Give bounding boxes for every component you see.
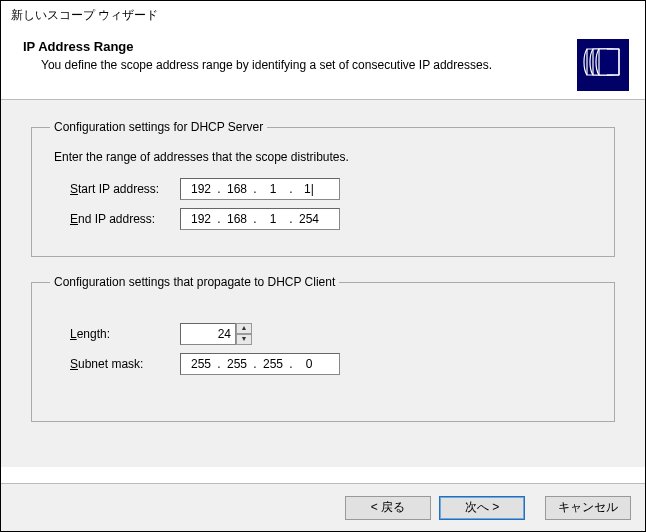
window-title: 新しいスコープ ウィザード [1, 1, 645, 29]
length-spinner[interactable]: ▲ ▼ [236, 323, 252, 345]
wizard-header: IP Address Range You define the scope ad… [1, 29, 645, 99]
page-title: IP Address Range [23, 39, 567, 54]
group-dhcp-client-legend: Configuration settings that propagate to… [50, 275, 339, 289]
wizard-body: Configuration settings for DHCP Server E… [1, 99, 645, 467]
start-ip-input[interactable]: 192. 168. 1. 1| [180, 178, 340, 200]
page-subtitle: You define the scope address range by id… [41, 58, 567, 74]
wizard-header-icon [577, 39, 629, 91]
cancel-button[interactable]: キャンセル [545, 496, 631, 520]
spinner-down-icon[interactable]: ▼ [236, 334, 252, 345]
end-ip-input[interactable]: 192. 168. 1. 254 [180, 208, 340, 230]
length-input[interactable]: 24 [180, 323, 236, 345]
instruction-text: Enter the range of addresses that the sc… [54, 150, 596, 164]
group-dhcp-server: Configuration settings for DHCP Server E… [31, 120, 615, 257]
end-ip-label: End IP address: [70, 212, 180, 226]
group-dhcp-server-legend: Configuration settings for DHCP Server [50, 120, 267, 134]
start-ip-label: Start IP address: [70, 182, 180, 196]
wizard-footer: < 戻る 次へ > キャンセル [1, 483, 645, 531]
spinner-up-icon[interactable]: ▲ [236, 323, 252, 334]
back-button[interactable]: < 戻る [345, 496, 431, 520]
subnet-mask-label: Subnet mask: [70, 357, 180, 371]
next-button[interactable]: 次へ > [439, 496, 525, 520]
subnet-mask-input[interactable]: 255. 255. 255. 0 [180, 353, 340, 375]
group-dhcp-client: Configuration settings that propagate to… [31, 275, 615, 422]
length-label: Length: [70, 327, 180, 341]
